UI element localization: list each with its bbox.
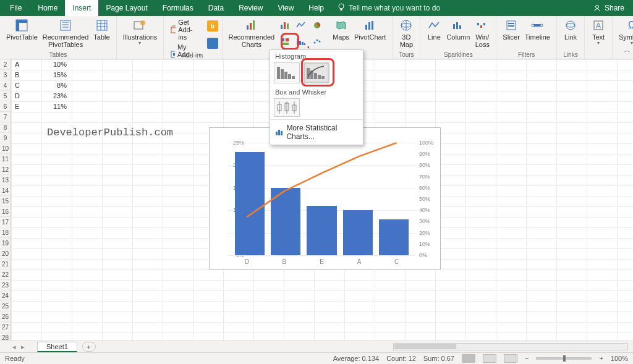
people-graph-addin[interactable] <box>207 38 218 49</box>
collapse-ribbon-button[interactable]: ︿ <box>624 46 631 55</box>
cell-A4[interactable]: C <box>12 80 40 91</box>
row-header[interactable]: 15 <box>0 196 11 206</box>
tell-me-search[interactable]: Tell me what you want to do <box>338 3 440 14</box>
sheet-tabs: ◂ ▸ Sheet1 ＋ <box>0 341 633 352</box>
row-header[interactable]: 20 <box>0 248 11 259</box>
cell-B3[interactable]: 15% <box>41 70 69 80</box>
link-button[interactable]: Link <box>561 17 580 41</box>
zoom-in-button[interactable]: + <box>599 355 603 362</box>
tab-review[interactable]: Review <box>231 0 270 16</box>
row-header[interactable]: 4 <box>0 80 11 91</box>
symbols-button[interactable]: Ω Symbols ▾ <box>616 17 633 46</box>
row-header[interactable]: 3 <box>0 70 11 80</box>
row-header[interactable]: 24 <box>0 290 11 301</box>
view-page-layout-button[interactable] <box>483 354 496 363</box>
row-header[interactable]: 19 <box>0 238 11 248</box>
row-header[interactable]: 26 <box>0 311 11 322</box>
view-page-break-button[interactable] <box>504 354 517 363</box>
box-whisker-option[interactable] <box>274 98 300 117</box>
table-button[interactable]: Table <box>91 17 112 41</box>
cell-A3[interactable]: B <box>12 70 40 80</box>
hierarchy-chart-button[interactable] <box>277 33 293 49</box>
pareto-chart-option[interactable] <box>304 62 329 83</box>
nav-prev-icon[interactable]: ◂ <box>12 343 16 351</box>
zoom-level[interactable]: 100% <box>611 355 628 362</box>
svg-rect-52 <box>281 69 284 79</box>
row-header[interactable]: 9 <box>0 133 11 143</box>
tab-insert[interactable]: Insert <box>65 0 98 16</box>
row-header[interactable]: 11 <box>0 154 11 164</box>
sparkline-winloss-button[interactable]: Win/ Loss <box>472 17 492 48</box>
row-header[interactable]: 27 <box>0 322 11 332</box>
recommended-charts-button[interactable]: Recommended Charts <box>226 17 278 48</box>
tab-help[interactable]: Help <box>301 0 331 16</box>
row-header[interactable]: 18 <box>0 227 11 238</box>
svg-rect-17 <box>284 22 286 29</box>
histogram-section-label: Histogram <box>270 50 363 61</box>
table-icon <box>95 19 109 32</box>
view-normal-button[interactable] <box>462 354 475 363</box>
pivotchart-button[interactable]: PivotChart <box>352 17 388 41</box>
person-icon <box>593 4 601 12</box>
pie-chart-button[interactable] <box>309 17 325 33</box>
row-header[interactable]: 7 <box>0 112 11 122</box>
row-header[interactable]: 16 <box>0 206 11 217</box>
tab-home[interactable]: Home <box>30 0 65 16</box>
row-header[interactable]: 25 <box>0 301 11 311</box>
row-header[interactable]: 21 <box>0 259 11 269</box>
cell-B4[interactable]: 8% <box>41 80 69 91</box>
slicer-button[interactable]: Slicer <box>500 17 522 41</box>
cell-B6[interactable]: 11% <box>41 101 69 112</box>
sheet-tab-sheet1[interactable]: Sheet1 <box>37 342 77 352</box>
cell-B2[interactable]: 10% <box>41 59 69 70</box>
row-header[interactable]: 23 <box>0 280 11 290</box>
histogram-chart-option[interactable] <box>274 62 300 83</box>
row-header[interactable]: 22 <box>0 269 11 280</box>
get-addins-button[interactable]: Get Add-ins <box>168 17 203 42</box>
column-chart-button[interactable] <box>277 17 293 33</box>
add-sheet-button[interactable]: ＋ <box>82 342 96 352</box>
zoom-slider[interactable] <box>536 357 592 360</box>
sheet-nav[interactable]: ◂ ▸ <box>0 343 37 351</box>
3d-map-button[interactable]: 3D Map <box>396 17 416 48</box>
recommended-pivottables-button[interactable]: Recommended PivotTables <box>40 17 91 48</box>
zoom-out-button[interactable]: − <box>525 355 529 362</box>
cell-A5[interactable]: D <box>12 91 40 101</box>
svg-rect-51 <box>277 67 280 79</box>
embedded-chart[interactable]: Chart Title 25%20%15%10%5%0% 100%90%80%7… <box>209 127 441 269</box>
maps-button[interactable]: Maps <box>330 17 352 41</box>
row-header[interactable]: 5 <box>0 91 11 101</box>
illustrations-button[interactable]: Illustrations ▾ <box>121 17 160 46</box>
text-button[interactable]: A Text ▾ <box>588 17 608 46</box>
cell-A2[interactable]: A <box>12 59 40 70</box>
statistic-chart-button[interactable]: ▾ <box>293 33 309 49</box>
row-header[interactable]: 2 <box>0 59 11 70</box>
bing-maps-addin[interactable]: b <box>207 20 218 32</box>
row-header[interactable]: 8 <box>0 122 11 133</box>
tab-page-layout[interactable]: Page Layout <box>98 0 155 16</box>
row-header[interactable]: 10 <box>0 143 11 154</box>
nav-next-icon[interactable]: ▸ <box>21 343 25 351</box>
tab-view[interactable]: View <box>271 0 302 16</box>
pivottable-button[interactable]: PivotTable <box>4 17 40 41</box>
sparkline-column-button[interactable]: Column <box>444 17 472 41</box>
timeline-button[interactable]: Timeline <box>522 17 553 41</box>
horizontal-scrollbar[interactable] <box>393 343 628 350</box>
row-header[interactable]: 13 <box>0 175 11 185</box>
row-header[interactable]: 17 <box>0 217 11 227</box>
tab-data[interactable]: Data <box>201 0 231 16</box>
more-statistical-charts[interactable]: More Statistical Charts... <box>270 119 363 145</box>
tab-formulas[interactable]: Formulas <box>155 0 201 16</box>
share-button[interactable]: Share <box>585 4 633 12</box>
row-header[interactable]: 14 <box>0 185 11 196</box>
plot-area[interactable] <box>228 143 415 255</box>
scatter-chart-button[interactable] <box>309 33 325 49</box>
sparkline-winloss-icon <box>475 19 490 32</box>
line-chart-button[interactable] <box>293 17 309 33</box>
tab-file[interactable]: File <box>1 0 30 16</box>
cell-B5[interactable]: 23% <box>41 91 69 101</box>
row-header[interactable]: 6 <box>0 101 11 112</box>
sparkline-line-button[interactable]: Line <box>424 17 444 41</box>
row-header[interactable]: 12 <box>0 164 11 175</box>
cell-A6[interactable]: E <box>12 101 40 112</box>
